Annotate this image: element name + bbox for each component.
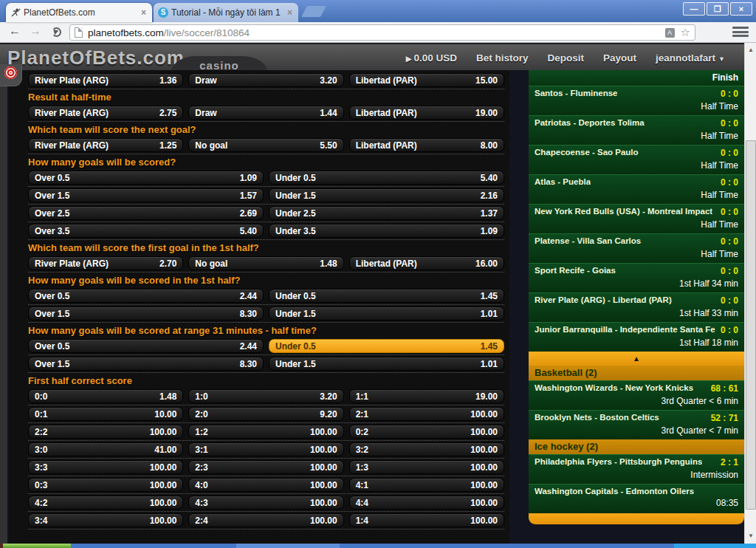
browser-menu-icon[interactable] — [732, 27, 749, 38]
odds-button[interactable]: 3:3100.00 — [28, 460, 183, 474]
odds-button[interactable]: 2:09.20 — [188, 407, 343, 421]
odds-button[interactable]: River Plate (ARG)1.25 — [28, 138, 183, 152]
live-match-row[interactable]: Sport Recife - Goias0 : 01st Half 34 min — [529, 263, 744, 292]
menu-item-deposit[interactable]: Deposit — [548, 52, 585, 64]
menu-item-payout[interactable]: Payout — [603, 52, 636, 64]
odds-button[interactable]: 4:1100.00 — [349, 478, 504, 492]
bookmark-star-icon[interactable]: ☆ — [681, 26, 690, 39]
odds-button[interactable]: Under 2.51.37 — [269, 206, 504, 220]
odds-button[interactable]: Libertad (PAR)19.00 — [349, 106, 504, 120]
odds-button[interactable]: No goal1.48 — [188, 256, 343, 270]
browser-tab-active[interactable]: PlanetOfBets.com × — [6, 3, 152, 22]
odds-button[interactable]: 0:110.00 — [28, 407, 183, 421]
odds-button[interactable]: River Plate (ARG)2.75 — [28, 106, 183, 120]
odds-button[interactable]: 1:119.00 — [349, 389, 504, 403]
odds-button[interactable]: Over 1.51.57 — [28, 188, 264, 202]
odds-value: 5.40 — [481, 173, 498, 183]
minimize-button[interactable]: — — [683, 2, 705, 16]
balance[interactable]: ▶0.00 USD — [406, 52, 457, 64]
forward-icon[interactable]: → — [30, 24, 41, 38]
live-match-row[interactable]: Washington Capitals - Edmonton Oilers08:… — [529, 484, 744, 513]
username-dropdown[interactable]: jeannotlafart▼ — [656, 52, 725, 64]
odds-button[interactable]: Under 0.51.45 — [269, 289, 504, 303]
live-match-row[interactable]: Santos - Fluminense0 : 0Half Time — [529, 86, 744, 115]
live-match-row[interactable]: New York Red Bulls (USA) - Montreal Impa… — [529, 204, 744, 233]
odds-button[interactable]: Over 1.58.30 — [28, 357, 264, 371]
odds-button[interactable]: Under 1.51.01 — [269, 357, 504, 371]
page-scrollbar[interactable]: ▲ ▼ — [744, 43, 756, 544]
live-match-row[interactable]: Atlas - Puebla0 : 0Half Time — [529, 174, 744, 204]
odds-button[interactable]: 4:3100.00 — [188, 496, 343, 510]
odds-button[interactable]: Libertad (PAR)16.00 — [349, 256, 504, 270]
odds-button[interactable]: Over 0.51.09 — [28, 171, 264, 185]
odds-button[interactable]: 1:4100.00 — [349, 513, 504, 527]
live-match-row[interactable]: Junior Barranquilla - Independiente Sant… — [529, 322, 744, 352]
live-match-row[interactable]: Brooklyn Nets - Boston Celtics52 : 713rd… — [529, 410, 744, 439]
collapse-up-icon[interactable]: ▲ — [529, 352, 744, 366]
odds-button[interactable]: 1:03.20 — [188, 389, 343, 403]
odds-button[interactable]: 2:1100.00 — [349, 407, 504, 421]
odds-button[interactable]: 0:01.48 — [28, 389, 183, 403]
odds-button[interactable]: Under 1.52.16 — [269, 188, 504, 202]
url-text[interactable]: planetofbets.com/live/soccer/810864 — [88, 27, 665, 38]
odds-button[interactable]: Over 1.58.30 — [28, 306, 264, 321]
odds-button[interactable]: Under 1.51.01 — [269, 306, 504, 321]
reload-icon[interactable] — [52, 27, 61, 37]
sidebar-bottom-bar[interactable] — [529, 513, 744, 524]
odds-button[interactable]: Over 3.55.40 — [28, 224, 264, 238]
odds-button[interactable]: 2:3100.00 — [188, 460, 343, 474]
odds-button[interactable]: Draw3.20 — [188, 73, 343, 87]
odds-button[interactable]: 3:041.00 — [28, 442, 183, 456]
live-match-row[interactable]: Washington Wizards - New York Knicks68 :… — [529, 380, 744, 410]
odds-button[interactable]: 0:3100.00 — [28, 478, 183, 492]
odds-button[interactable]: River Plate (ARG)2.70 — [28, 256, 183, 270]
live-match-row[interactable]: Philadelphia Flyers - Pittsburgh Penguin… — [529, 454, 744, 484]
odds-button[interactable]: 1:2100.00 — [188, 425, 343, 439]
odds-button[interactable]: Over 0.52.44 — [28, 339, 264, 353]
odds-button[interactable]: 4:4100.00 — [349, 496, 504, 510]
odds-button[interactable]: 2:4100.00 — [188, 513, 343, 527]
browser-tab-inactive[interactable]: S Tutorial - Mỗi ngày tôi làm 1 c × — [154, 3, 298, 22]
close-button[interactable]: × — [730, 2, 752, 16]
odds-label: Libertad (PAR) — [356, 258, 417, 269]
odds-button[interactable]: Over 2.52.69 — [28, 206, 264, 220]
odds-button[interactable]: 1:3100.00 — [349, 460, 504, 474]
odds-button[interactable]: Under 0.51.45 — [269, 339, 504, 353]
live-match-row[interactable]: Patriotas - Deportes Tolima0 : 0Half Tim… — [529, 115, 744, 145]
live-match-row[interactable]: Chapecoense - Sao Paulo0 : 0Half Time — [529, 145, 744, 174]
scroll-down-icon[interactable]: ▼ — [745, 530, 756, 542]
odds-button[interactable]: 4:0100.00 — [188, 478, 343, 492]
match-name: Sport Recife - Goias — [535, 266, 616, 276]
odds-button[interactable]: River Plate (ARG)1.36 — [28, 73, 183, 87]
restore-button[interactable]: ❐ — [707, 2, 729, 16]
new-tab-button[interactable] — [301, 6, 326, 17]
odds-button[interactable]: Under 3.51.09 — [269, 224, 504, 238]
sport-section-header[interactable]: Ice hockey (2) — [529, 439, 744, 454]
odds-button[interactable]: Over 0.52.44 — [28, 289, 264, 303]
odds-button[interactable]: No goal5.50 — [188, 138, 343, 152]
tab-close-icon[interactable]: × — [140, 7, 148, 18]
odds-button[interactable]: Libertad (PAR)15.00 — [349, 73, 504, 87]
odds-button[interactable]: 2:2100.00 — [28, 425, 183, 439]
odds-button[interactable]: Under 0.55.40 — [269, 171, 504, 185]
odds-button[interactable]: Libertad (PAR)8.00 — [349, 138, 504, 152]
odds-button[interactable]: 0:2100.00 — [349, 425, 504, 439]
live-corner-tab[interactable] — [0, 64, 22, 86]
tab-close-icon[interactable]: × — [286, 7, 294, 18]
odds-button[interactable]: 3:1100.00 — [188, 442, 343, 456]
scrollbar-thumb[interactable] — [746, 140, 756, 510]
address-bar[interactable]: planetofbets.com/live/soccer/810864 A ☆ — [69, 24, 695, 41]
scroll-up-icon[interactable]: ▲ — [745, 44, 756, 56]
odds-button[interactable]: 4:2100.00 — [28, 496, 183, 510]
live-match-row[interactable]: Platense - Villa San Carlos0 : 0Half Tim… — [529, 233, 744, 263]
back-icon[interactable]: ← — [9, 24, 21, 38]
sport-section-header[interactable]: Basketball (2) — [529, 366, 744, 380]
live-match-row[interactable]: River Plate (ARG) - Libertad (PAR)0 : 01… — [529, 292, 744, 322]
translate-icon[interactable]: A — [665, 28, 675, 38]
odds-button[interactable]: 3:4100.00 — [28, 513, 183, 527]
casino-tab[interactable]: casino — [171, 56, 267, 72]
odds-button[interactable]: Draw1.44 — [188, 106, 343, 120]
site-logo[interactable]: PlanetOfBets.com — [7, 47, 185, 69]
menu-item-bet-history[interactable]: Bet history — [476, 52, 529, 64]
odds-button[interactable]: 3:2100.00 — [349, 442, 504, 456]
